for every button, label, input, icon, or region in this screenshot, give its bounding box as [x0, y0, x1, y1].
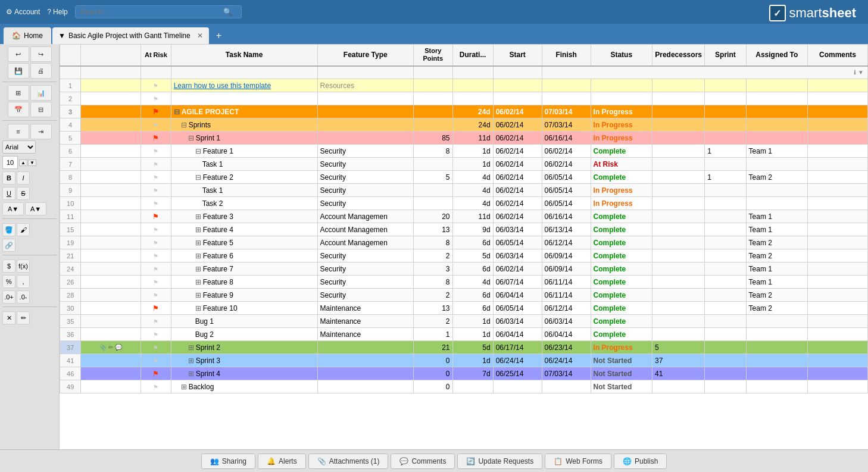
col-sprint[interactable]: Sprint: [705, 45, 746, 66]
update-requests-button[interactable]: 🔄 Update Requests: [457, 454, 542, 469]
task-name-cell[interactable]: ⊟Sprint 1: [171, 132, 317, 145]
col-duration[interactable]: Durati...: [452, 45, 493, 66]
collapse-minus[interactable]: ⊟: [195, 173, 201, 182]
text-color-button[interactable]: A▼: [2, 202, 24, 215]
table-row[interactable]: 41⚑⊞Sprint 301d06/24/1406/24/14Not Start…: [60, 354, 868, 367]
table-row[interactable]: 19⚑⊞Feature 5Account Managemen86d06/05/1…: [60, 236, 868, 249]
bold-button[interactable]: B: [2, 171, 15, 185]
collapse-plus[interactable]: ⊞: [195, 212, 201, 221]
percent-button[interactable]: %: [2, 275, 15, 288]
collapse-plus[interactable]: ⊞: [195, 304, 201, 312]
table-row[interactable]: 2⚑: [60, 92, 868, 105]
dollar-button[interactable]: $: [2, 260, 15, 273]
table-row[interactable]: 3⚑⊟AGILE PROJECT24d06/02/1407/03/14In Pr…: [60, 105, 868, 118]
collapse-plus[interactable]: ⊞: [195, 252, 201, 260]
table-row[interactable]: 35⚑Bug 1Maintenance21d06/03/1406/03/14Co…: [60, 315, 868, 328]
task-name-cell[interactable]: ⊞Backlog: [171, 380, 317, 393]
table-row[interactable]: 7⚑Task 1Security1d06/02/1406/02/14At Ris…: [60, 158, 868, 171]
collapse-plus[interactable]: ⊞: [195, 226, 201, 234]
table-row[interactable]: 15⚑⊞Feature 4Account Managemen139d06/03/…: [60, 223, 868, 236]
task-name-cell[interactable]: ⊞Feature 8: [171, 276, 317, 289]
sheet-area[interactable]: At Risk Task Name Feature Type StoryPoin…: [60, 44, 868, 449]
table-row[interactable]: 4⚑⊟Sprints24d06/02/1407/03/14In Progress: [60, 118, 868, 132]
sharing-button[interactable]: 👥 Sharing: [201, 454, 255, 469]
task-name-cell[interactable]: Bug 2: [171, 328, 317, 341]
table-row[interactable]: 9⚑Task 1Security4d06/02/1406/05/14In Pro…: [60, 184, 868, 197]
table-row[interactable]: 24⚑⊞Feature 7Security36d06/02/1406/09/14…: [60, 262, 868, 276]
search-input[interactable]: [80, 8, 223, 16]
italic-button[interactable]: I: [17, 171, 30, 185]
table-row[interactable]: 28⚑⊞Feature 9Security26d06/04/1406/11/14…: [60, 289, 868, 302]
paint-bucket[interactable]: 🪣: [2, 223, 15, 236]
toolbar-calendar-view[interactable]: 📅: [8, 102, 29, 117]
col-start[interactable]: Start: [493, 45, 542, 66]
collapse-plus[interactable]: ⊞: [195, 239, 201, 247]
col-task-name[interactable]: Task Name: [171, 45, 317, 66]
task-name-cell[interactable]: Task 2: [171, 197, 317, 210]
collapse-plus[interactable]: ⊞: [188, 357, 194, 365]
collapse-minus[interactable]: ⊟: [195, 147, 201, 155]
collapse-plus[interactable]: ⊞: [181, 383, 187, 391]
col-status[interactable]: Status: [591, 45, 652, 66]
font-size-input[interactable]: [2, 156, 18, 169]
collapse-plus[interactable]: ⊞: [195, 291, 201, 299]
paint-format[interactable]: 🖌: [17, 223, 30, 236]
collapse-plus[interactable]: ⊞: [195, 265, 201, 273]
col-feature-type[interactable]: Feature Type: [317, 45, 413, 66]
table-row[interactable]: 21⚑⊞Feature 6Security25d06/03/1406/09/14…: [60, 249, 868, 262]
tab-home[interactable]: 🏠 Home: [4, 27, 51, 44]
table-row[interactable]: 8⚑⊟Feature 2Security54d06/02/1406/05/14C…: [60, 171, 868, 184]
toolbar-align-left[interactable]: ≡: [8, 124, 29, 139]
col-at-risk[interactable]: At Risk: [141, 45, 171, 66]
size-up[interactable]: ▲: [19, 160, 27, 166]
task-name-cell[interactable]: ⊟Feature 2: [171, 171, 317, 184]
attachments-button[interactable]: 📎 Attachments (1): [308, 454, 389, 469]
alerts-button[interactable]: 🔔 Alerts: [258, 454, 306, 469]
formula-button[interactable]: f(x): [17, 260, 30, 273]
task-name-cell[interactable]: ⊞Feature 7: [171, 262, 317, 276]
comments-button[interactable]: 💬 Comments: [391, 454, 455, 469]
comma-button[interactable]: ,: [17, 275, 30, 288]
task-name-cell[interactable]: ⊞Feature 9: [171, 289, 317, 302]
web-forms-button[interactable]: 📋 Web Forms: [545, 454, 611, 469]
collapse-plus[interactable]: ⊞: [195, 278, 201, 286]
collapse-plus[interactable]: ⊞: [188, 343, 194, 352]
task-name-cell[interactable]: ⊞Sprint 4: [171, 367, 317, 380]
checkmark-clear[interactable]: ✕: [2, 311, 15, 324]
tab-add-button[interactable]: +: [210, 27, 227, 44]
toolbar-indent[interactable]: ⇥: [30, 124, 52, 139]
table-row[interactable]: 49⚑⊞Backlog0Not Started: [60, 380, 868, 393]
table-row[interactable]: 37📎 ✏ 💬 ⚑⊞Sprint 2215d06/17/1406/23/14In…: [60, 341, 868, 354]
task-name-cell[interactable]: ⊞Feature 10: [171, 302, 317, 315]
toolbar-gantt-view[interactable]: 📊: [30, 85, 52, 101]
toolbar-undo[interactable]: ↩: [8, 46, 29, 62]
col-story-points[interactable]: StoryPoints: [413, 45, 452, 66]
toolbar-grid-view[interactable]: ⊞: [8, 85, 29, 101]
task-name-cell[interactable]: ⊞Feature 4: [171, 223, 317, 236]
task-name-cell[interactable]: ⊞Sprint 3: [171, 354, 317, 367]
link-button[interactable]: 🔗: [2, 239, 15, 252]
collapse-plus[interactable]: ⊞: [188, 370, 194, 378]
help-button[interactable]: ? Help: [47, 8, 67, 16]
toolbar-save[interactable]: 💾: [8, 63, 29, 79]
task-name-cell[interactable]: ⊟Sprints: [171, 118, 317, 132]
task-name-cell[interactable]: Learn how to use this template: [171, 79, 317, 92]
task-name-cell[interactable]: Task 1: [171, 184, 317, 197]
row-icons-cell[interactable]: 📎 ✏ 💬: [81, 341, 141, 354]
table-row[interactable]: 10⚑Task 2Security4d06/02/1406/05/14In Pr…: [60, 197, 868, 210]
toolbar-card-view[interactable]: ⊟: [30, 102, 52, 117]
task-name-cell[interactable]: ⊟Feature 1: [171, 145, 317, 158]
task-name-cell[interactable]: Task 1: [171, 158, 317, 171]
collapse-minus[interactable]: ⊟: [174, 108, 180, 116]
col-assigned-to[interactable]: Assigned To: [746, 45, 807, 66]
toolbar-redo[interactable]: ↪: [30, 46, 52, 62]
col-predecessors[interactable]: Predecessors: [652, 45, 704, 66]
tab-active-sheet[interactable]: ▼ Basic Agile Project with Gantt Timelin…: [52, 27, 209, 44]
table-row[interactable]: 6⚑⊟Feature 1Security81d06/02/1406/02/14C…: [60, 145, 868, 158]
task-name-cell[interactable]: ⊞Feature 3: [171, 210, 317, 223]
underline-button[interactable]: U: [2, 187, 15, 200]
task-name-cell[interactable]: [171, 92, 317, 105]
task-name-cell[interactable]: ⊞Feature 5: [171, 236, 317, 249]
collapse-minus[interactable]: ⊟: [181, 121, 187, 129]
table-row[interactable]: 46⚑⊞Sprint 407d06/25/1407/03/14Not Start…: [60, 367, 868, 380]
